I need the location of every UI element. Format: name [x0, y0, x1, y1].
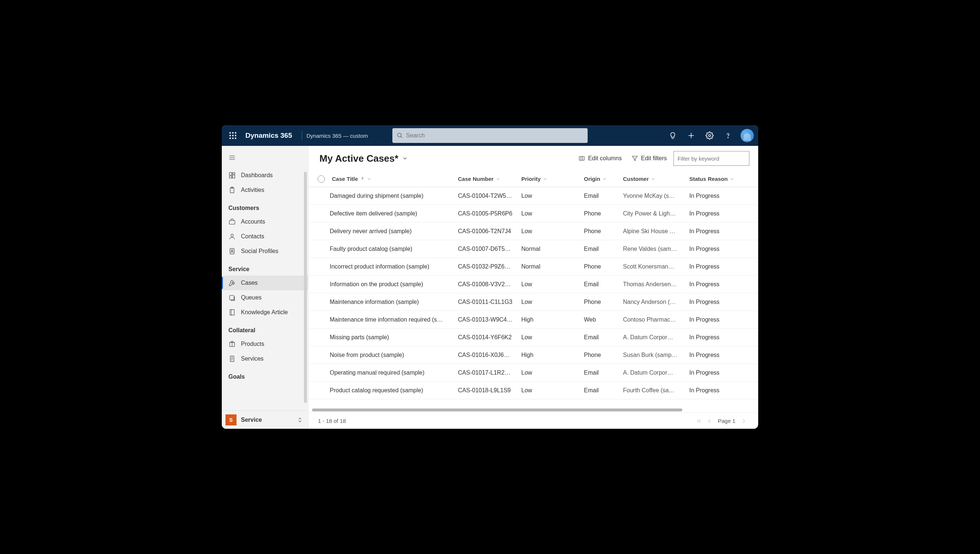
table-row[interactable]: Defective item delivered (sample)CAS-010…	[308, 205, 758, 223]
svg-rect-4	[232, 135, 234, 136]
sidebar-item-social-profiles[interactable]: Social Profiles	[222, 244, 308, 259]
cell-title: Missing parts (sample)	[330, 334, 458, 341]
global-search-input[interactable]	[406, 132, 583, 139]
cell-priority: Normal	[521, 263, 584, 270]
column-header-priority[interactable]: Priority	[521, 171, 584, 187]
sidebar-item-products[interactable]: Products	[222, 337, 308, 352]
columns-icon	[578, 155, 585, 162]
sidebar-item-queues[interactable]: Queues	[222, 290, 308, 305]
grid-horizontal-scrollbar-track[interactable]	[312, 408, 755, 412]
edit-filters-label: Edit filters	[641, 155, 667, 162]
svg-rect-0	[229, 132, 231, 134]
first-page-icon	[696, 418, 702, 424]
column-header-status[interactable]: Status Reason	[689, 171, 737, 187]
book-icon	[228, 309, 236, 316]
cell-priority: High	[521, 317, 584, 323]
table-row[interactable]: Operating manual required (sample)CAS-01…	[308, 364, 758, 382]
sidebar-scrollbar[interactable]	[304, 172, 307, 403]
lightbulb-button[interactable]	[664, 127, 681, 144]
cell-title: Incorrect product information (sample)	[330, 263, 458, 270]
column-header-title[interactable]: Case Title	[330, 171, 458, 187]
sidebar-item-contacts[interactable]: Contacts	[222, 229, 308, 244]
sort-asc-icon	[360, 176, 365, 182]
cell-customer: Scott Konersman…	[623, 263, 689, 270]
environment-label[interactable]: Dynamics 365 — custom	[306, 133, 368, 139]
cell-title: Maintenance time information required (s…	[330, 317, 458, 323]
global-search[interactable]	[392, 128, 588, 143]
table-row[interactable]: Faulty product catalog (sample)CAS-01007…	[308, 240, 758, 258]
grid-horizontal-scrollbar-thumb[interactable]	[312, 409, 682, 411]
sidebar-item-knowledge-article[interactable]: Knowledge Article	[222, 305, 308, 320]
svg-rect-7	[232, 138, 234, 139]
table-row[interactable]: Information on the product (sample)CAS-0…	[308, 275, 758, 293]
svg-line-10	[401, 136, 402, 138]
help-button[interactable]	[720, 127, 736, 144]
cell-status: In Progress	[689, 387, 737, 394]
sidebar-item-label: Contacts	[241, 233, 264, 240]
area-badge: S	[225, 414, 236, 425]
table-row[interactable]: Missing parts (sample)CAS-01014-Y6F6K2Lo…	[308, 329, 758, 346]
cell-priority: Normal	[521, 246, 584, 252]
cell-customer: Yvonne McKay (s…	[623, 193, 689, 199]
divider	[302, 131, 302, 140]
cell-priority: Low	[521, 369, 584, 376]
column-header-customer[interactable]: Customer	[623, 171, 689, 187]
column-label: Origin	[584, 176, 600, 182]
cell-status: In Progress	[689, 193, 737, 199]
table-row[interactable]: Product catalog requested (sample)CAS-01…	[308, 382, 758, 399]
pager-range-label: 1 - 18 of 18	[318, 418, 346, 424]
svg-rect-29	[230, 310, 234, 315]
cell-origin: Email	[584, 193, 623, 199]
sidebar-item-dashboards[interactable]: Dashboards	[222, 168, 308, 183]
sidebar-item-cases[interactable]: Cases	[222, 275, 308, 290]
sidebar-collapse-button[interactable]	[222, 152, 308, 164]
column-label: Case Title	[332, 176, 358, 182]
edit-filters-button[interactable]: Edit filters	[628, 153, 670, 164]
column-header-origin[interactable]: Origin	[584, 171, 623, 187]
sidebar-group-service: Service	[222, 259, 308, 275]
badge-icon	[228, 248, 236, 255]
cell-origin: Email	[584, 369, 623, 376]
settings-button[interactable]	[701, 127, 718, 144]
sidebar-item-activities[interactable]: Activities	[222, 183, 308, 197]
cell-origin: Phone	[584, 352, 623, 358]
cell-priority: Low	[521, 228, 584, 235]
add-button[interactable]	[683, 127, 699, 144]
keyword-filter-input[interactable]	[674, 151, 749, 166]
cell-status: In Progress	[689, 334, 737, 341]
pager-prev-button[interactable]	[704, 416, 715, 426]
cell-case-number: CAS-01032-P9Z6…	[458, 263, 521, 270]
user-avatar[interactable]	[741, 129, 754, 142]
sidebar-item-services[interactable]: Services	[222, 352, 308, 366]
question-icon	[724, 132, 732, 140]
table-row[interactable]: Incorrect product information (sample)CA…	[308, 258, 758, 275]
cell-priority: Low	[521, 281, 584, 288]
table-row[interactable]: Noise from product (sample)CAS-01016-X0J…	[308, 346, 758, 364]
table-row[interactable]: Damaged during shipment (sample)CAS-0100…	[308, 187, 758, 205]
brand-label[interactable]: Dynamics 365	[245, 132, 292, 140]
cell-status: In Progress	[689, 352, 737, 358]
cell-priority: Low	[521, 334, 584, 341]
search-icon	[397, 132, 403, 139]
sidebar-item-label: Queues	[241, 295, 261, 301]
person-icon	[228, 233, 236, 240]
briefcase-icon	[228, 218, 236, 225]
pager-next-button[interactable]	[738, 416, 749, 426]
gear-icon	[706, 132, 714, 140]
sidebar-item-accounts[interactable]: Accounts	[222, 214, 308, 229]
select-all-checkbox[interactable]	[317, 175, 325, 183]
table-row[interactable]: Maintenance information (sample)CAS-0101…	[308, 293, 758, 311]
cell-priority: Low	[521, 299, 584, 306]
edit-columns-button[interactable]: Edit columns	[575, 153, 625, 164]
table-row[interactable]: Delivery never arrived (sample)CAS-01006…	[308, 223, 758, 240]
table-row[interactable]: Maintenance time information required (s…	[308, 311, 758, 329]
column-label: Status Reason	[689, 176, 728, 182]
app-launcher-button[interactable]	[225, 128, 240, 143]
view-selector[interactable]: My Active Cases*	[319, 153, 408, 164]
svg-rect-21	[229, 176, 232, 178]
pager-first-button[interactable]	[694, 416, 704, 426]
column-header-number[interactable]: Case Number	[458, 171, 521, 187]
svg-point-14	[728, 137, 728, 138]
area-switcher[interactable]: S Service	[222, 410, 308, 429]
chevron-down-icon	[651, 177, 655, 181]
